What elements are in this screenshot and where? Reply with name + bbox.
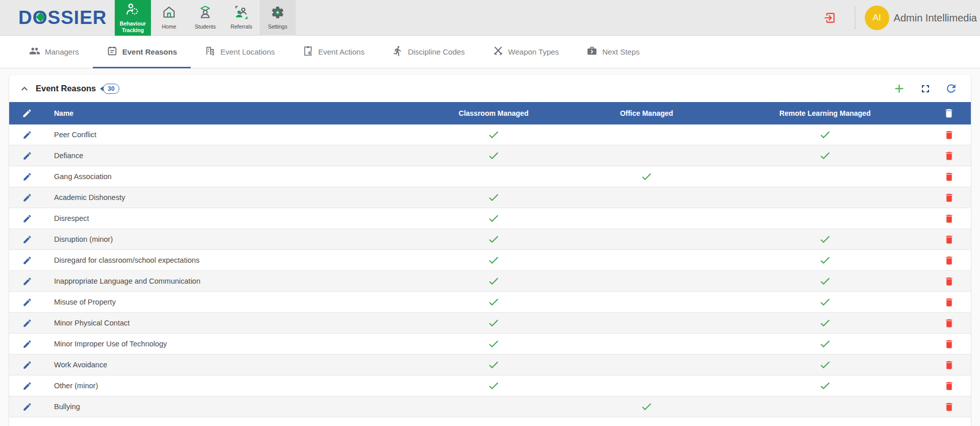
delete-row-button[interactable] [944, 151, 955, 161]
delete-icon [944, 402, 955, 412]
check-icon [819, 338, 831, 350]
row-name: Inappropriate Language and Communication [45, 277, 417, 285]
event-actions-icon [302, 45, 314, 58]
nav-item-home[interactable]: Home [151, 0, 187, 36]
column-header-office-managed: Office Managed [570, 109, 723, 117]
check-icon [487, 212, 500, 224]
table-row: Defiance [9, 145, 971, 166]
table-row: Minor Improper Use of Technology [9, 334, 971, 355]
edit-icon [22, 402, 32, 412]
row-name: Defiance [45, 152, 417, 160]
delete-row-button[interactable] [944, 255, 955, 266]
nav-item-referrals[interactable]: Referrals [223, 0, 260, 36]
delete-row-button[interactable] [944, 171, 955, 182]
edit-row-button[interactable] [22, 172, 32, 182]
delete-row-button[interactable] [944, 234, 955, 245]
fullscreen-button[interactable] [919, 83, 932, 95]
nav-item-students[interactable]: Students [187, 0, 223, 36]
logo-text-d: D [18, 7, 33, 29]
tab-label: Event Actions [318, 47, 365, 56]
tab-discipline-codes[interactable]: Discipline Codes [378, 36, 479, 68]
table-row: Disrespect [9, 208, 971, 229]
edit-row-button[interactable] [22, 402, 32, 412]
edit-row-button[interactable] [22, 360, 32, 370]
user-menu[interactable]: AI Admin Intellimedia [865, 6, 977, 30]
tab-event-reasons[interactable]: Event Reasons [93, 36, 191, 68]
panel-actions [892, 82, 958, 95]
check-icon [819, 129, 831, 141]
tab-event-locations[interactable]: Event Locations [191, 36, 289, 68]
column-header-classroom-managed: Classroom Managed [417, 109, 570, 117]
remote-learning-managed-cell [723, 296, 927, 308]
row-name: Peer Conflict [45, 131, 417, 139]
edit-row-button[interactable] [22, 235, 32, 244]
app-logo[interactable]: DOSSIER [18, 7, 108, 29]
tab-managers[interactable]: Managers [15, 36, 93, 68]
classroom-managed-cell [417, 317, 570, 329]
nav-item-behaviour-tracking[interactable]: Behaviour Tracking [115, 0, 151, 36]
delete-row-button[interactable] [944, 339, 955, 349]
check-icon [819, 233, 831, 245]
edit-row-button[interactable] [22, 297, 32, 307]
row-name: Gang Association [45, 172, 417, 181]
edit-icon [22, 130, 32, 140]
delete-row-button[interactable] [944, 276, 955, 287]
tab-next-steps[interactable]: Next Steps [573, 36, 653, 68]
nav-label: Referrals [230, 23, 252, 30]
add-button[interactable] [892, 82, 906, 95]
edit-row-button[interactable] [22, 381, 32, 391]
edit-row-button[interactable] [22, 339, 32, 349]
edit-row-button[interactable] [22, 214, 32, 223]
delete-icon [944, 130, 955, 140]
main-content: Event Reasons 30 Name Classroom Managed [0, 68, 980, 426]
collapse-button[interactable] [18, 83, 31, 95]
row-name: Academic Dishonesty [45, 193, 417, 202]
edit-row-button[interactable] [22, 318, 32, 328]
classroom-managed-cell [417, 191, 570, 204]
nav-item-settings[interactable]: Settings [260, 0, 296, 36]
tab-weapon-types[interactable]: Weapon Types [479, 36, 573, 68]
delete-icon [944, 318, 955, 329]
check-icon [640, 170, 653, 183]
column-header-name: Name [45, 109, 417, 117]
check-icon [819, 296, 831, 308]
delete-row-button[interactable] [944, 318, 955, 329]
managers-icon [29, 45, 40, 58]
plus-icon [892, 82, 906, 95]
event-reasons-panel: Event Reasons 30 Name Classroom Managed [9, 75, 971, 426]
logout-icon [823, 11, 836, 24]
edit-row-button[interactable] [22, 193, 32, 203]
delete-row-button[interactable] [944, 192, 955, 203]
referrals-icon [234, 5, 249, 22]
delete-row-button[interactable] [944, 130, 955, 140]
logout-button[interactable] [823, 11, 836, 24]
delete-icon [944, 171, 955, 182]
office-managed-cell [570, 400, 723, 413]
edit-row-button[interactable] [22, 256, 32, 265]
count-badge: 30 [103, 84, 119, 94]
delete-row-button[interactable] [944, 381, 955, 391]
edit-row-button[interactable] [22, 151, 32, 161]
row-name: Disregard for classroom/school expectati… [45, 256, 417, 264]
delete-row-button[interactable] [944, 297, 955, 308]
refresh-icon [945, 82, 958, 95]
remote-learning-managed-cell [723, 317, 927, 329]
delete-icon [944, 255, 955, 266]
edit-row-button[interactable] [22, 130, 32, 140]
avatar: AI [865, 6, 889, 30]
refresh-button[interactable] [945, 82, 958, 95]
edit-icon [22, 297, 32, 307]
table-header: Name Classroom Managed Office Managed Re… [9, 102, 971, 124]
chevron-up-icon [18, 83, 31, 95]
classroom-managed-cell [417, 254, 570, 266]
delete-icon [944, 360, 955, 370]
office-managed-cell [570, 170, 723, 183]
classroom-managed-cell [417, 359, 570, 371]
classroom-managed-cell [417, 212, 570, 224]
delete-row-button[interactable] [944, 213, 955, 224]
delete-row-button[interactable] [944, 402, 955, 412]
user-name: Admin Intellimedia [894, 12, 977, 24]
edit-row-button[interactable] [22, 277, 32, 286]
delete-row-button[interactable] [944, 360, 955, 370]
tab-event-actions[interactable]: Event Actions [289, 36, 378, 68]
